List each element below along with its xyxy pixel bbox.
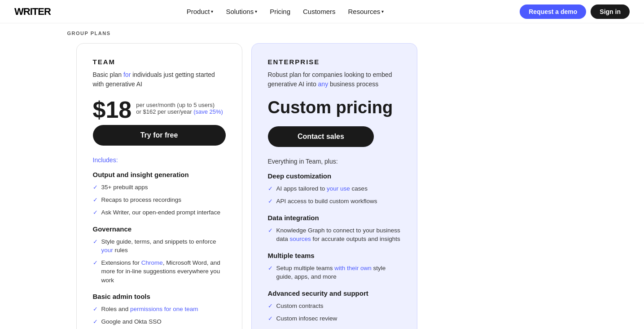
enterprise-feature-list-0: ✓ AI apps tailored to your use cases ✓ A… [268,184,401,206]
nav-customers[interactable]: Customers [303,8,336,15]
try-for-free-button[interactable]: Try for free [93,125,226,146]
nav-links: Product ▾ Solutions ▾ Pricing Customers … [187,8,384,15]
list-item: ✓ Custom infosec review [268,314,401,323]
nav-resources[interactable]: Resources ▾ [348,8,384,15]
logo: WRITER [14,6,51,18]
sign-in-button[interactable]: Sign in [591,4,630,19]
team-plan-tagline: Basic plan for individuals just getting … [93,70,226,89]
list-item: ✓ AI apps tailored to your use cases [268,184,401,193]
team-plan-card: TEAM Basic plan for individuals just get… [76,43,242,329]
enterprise-plan-name: ENTERPRISE [268,58,401,66]
nav-cta-group: Request a demo Sign in [520,4,630,19]
request-demo-button[interactable]: Request a demo [520,4,586,19]
list-item: ✓ 35+ prebuilt apps [93,183,226,192]
list-item: ✓ Style guide, terms, and snippets to en… [93,237,226,255]
enterprise-section-title-3: Advanced security and support [268,289,401,297]
nav-solutions[interactable]: Solutions ▾ [226,8,257,15]
nav-pricing[interactable]: Pricing [270,8,290,15]
check-icon: ✓ [93,259,98,267]
contact-sales-button[interactable]: Contact sales [268,126,374,147]
team-price-big: $18 [93,98,132,121]
chevron-icon: ▾ [255,9,257,14]
list-item: ✓ Setup multiple teams with their own st… [268,264,401,281]
team-plan-name: TEAM [93,58,226,66]
enterprise-plan-card: ENTERPRISE Robust plan for companies loo… [251,43,417,329]
team-feature-list-2: ✓ Roles and permissions for one team ✓ G… [93,305,226,329]
list-item: ✓ Google and Okta SSO [93,317,226,326]
list-item: ✓ Flexible deployment options [268,327,401,329]
enterprise-feature-section-3: Advanced security and support ✓ Custom c… [268,289,401,329]
team-section-title-1: Governance [93,225,226,233]
team-price-row: $18 per user/month (up to 5 users) or $1… [93,98,226,121]
team-feature-section-2: Basic admin tools ✓ Roles and permission… [93,293,226,329]
enterprise-section-title-1: Data integration [268,214,401,222]
list-item: ✓ Knowledge Graph to connect to your bus… [268,226,401,244]
plans-grid: TEAM Basic plan for individuals just get… [76,43,417,329]
team-feature-list-1: ✓ Style guide, terms, and snippets to en… [93,237,226,285]
list-item: ✓ Ask Writer, our open-ended prompt inte… [93,208,226,217]
navbar: WRITER Product ▾ Solutions ▾ Pricing Cus… [0,0,644,23]
team-section-title-0: Output and insight generation [93,171,226,178]
check-icon: ✓ [268,327,273,329]
check-icon: ✓ [268,264,273,273]
team-includes-label: Includes: [93,156,226,164]
enterprise-everything-label: Everything in Team, plus: [268,158,401,165]
list-item: ✓ Recaps to process recordings [93,196,226,205]
enterprise-feature-list-1: ✓ Knowledge Graph to connect to your bus… [268,226,401,244]
check-icon: ✓ [268,227,273,235]
team-price-per: per user/month (up to 5 users) [136,102,223,108]
team-price-detail: per user/month (up to 5 users) or $162 p… [136,98,223,115]
chevron-icon: ▾ [381,9,384,14]
check-icon: ✓ [268,185,273,193]
check-icon: ✓ [268,302,273,311]
list-item: ✓ Roles and permissions for one team [93,305,226,314]
check-icon: ✓ [93,209,98,217]
main-content: GROUP PLANS TEAM Basic plan for individu… [53,23,591,329]
list-item: ✓ API access to build custom workflows [268,197,401,206]
enterprise-feature-section-2: Multiple teams ✓ Setup multiple teams wi… [268,252,401,281]
check-icon: ✓ [93,238,98,246]
check-icon: ✓ [93,318,98,326]
team-price-annual: or $162 per user/year (save 25%) [136,108,223,115]
check-icon: ✓ [93,183,98,192]
team-feature-section-1: Governance ✓ Style guide, terms, and sni… [93,225,226,285]
enterprise-plan-tagline: Robust plan for companies looking to emb… [268,70,401,89]
list-item: ✓ Extensions for Chrome, Microsoft Word,… [93,258,226,285]
chevron-icon: ▾ [211,9,213,14]
nav-product[interactable]: Product ▾ [187,8,214,15]
check-icon: ✓ [93,305,98,314]
enterprise-section-title-2: Multiple teams [268,252,401,259]
enterprise-feature-list-2: ✓ Setup multiple teams with their own st… [268,264,401,281]
check-icon: ✓ [93,196,98,205]
enterprise-feature-section-0: Deep customization ✓ AI apps tailored to… [268,172,401,206]
list-item: ✓ Custom contracts [268,302,401,311]
enterprise-section-title-0: Deep customization [268,172,401,180]
enterprise-feature-section-1: Data integration ✓ Knowledge Graph to co… [268,214,401,244]
check-icon: ✓ [268,197,273,206]
check-icon: ✓ [268,315,273,323]
team-feature-section-0: Output and insight generation ✓ 35+ preb… [93,171,226,217]
team-section-title-2: Basic admin tools [93,293,226,300]
enterprise-price-custom: Custom pricing [268,98,401,117]
section-label: GROUP PLANS [67,31,577,36]
enterprise-feature-list-3: ✓ Custom contracts ✓ Custom infosec revi… [268,302,401,329]
team-feature-list-0: ✓ 35+ prebuilt apps ✓ Recaps to process … [93,183,226,217]
